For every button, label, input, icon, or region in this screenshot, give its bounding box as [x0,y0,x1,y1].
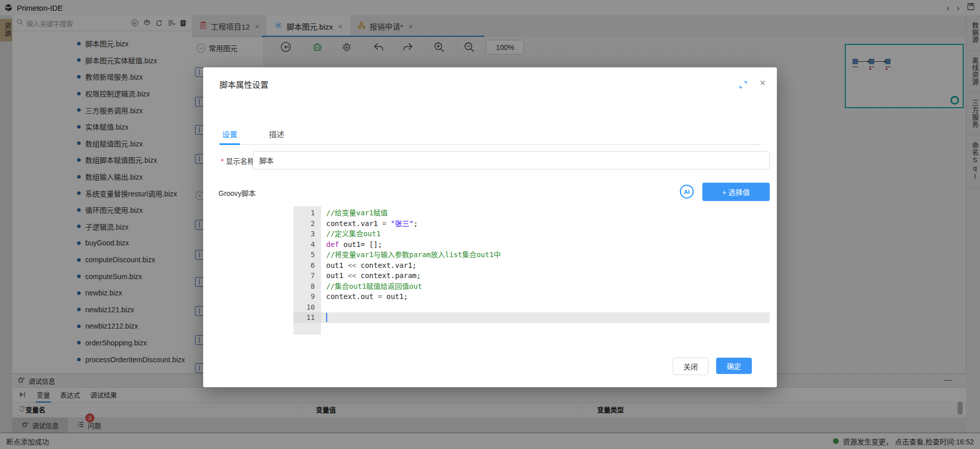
display-name-label: *显示名称 [221,156,254,166]
dialog-tabs: 设置描述 [219,124,761,145]
code-token: << [348,261,360,269]
code-line[interactable]: 8//集合out1赋值给返回值out [293,281,770,292]
code-text: //定义集合out1 [321,229,381,239]
code-token: = [378,292,386,301]
code-line[interactable]: 3//定义集合out1 [293,229,770,239]
line-number: 1 [293,208,321,218]
code-text: //将变量var1与输入参数param放入list集合out1中 [321,250,501,260]
code-token: //将变量var1与输入参数param放入list集合out1中 [326,251,501,259]
code-line[interactable]: 1//给变量var1赋值 [293,208,770,218]
dialog-tab-1[interactable]: 设置 [219,124,240,145]
code-token: out1= []; [339,240,382,248]
code-line[interactable]: 4def out1= []; [293,239,770,250]
code-token: "张三" [390,219,413,228]
code-line[interactable]: 6out1 << context.var1; [293,260,770,271]
code-token: //集合out1赋值给返回值out [326,282,422,290]
primeton-ide-app: Primeton-IDE ‹ › 资源 输入关键字搜索 AI [0,0,980,449]
code-token: context.var1; [360,261,416,269]
dialog-tab-2[interactable]: 描述 [266,124,287,145]
code-line[interactable]: 11 [293,312,770,323]
code-text [321,312,326,323]
line-number: 2 [293,218,321,229]
code-line[interactable]: 2context.var1 = "张三"; [293,218,770,229]
code-token: << [348,271,360,280]
ai-assist-icon[interactable]: AI [680,185,694,198]
dialog-title: 脚本属性设置 [219,78,268,90]
code-token: context.param; [360,271,421,280]
code-line[interactable]: 9context.out = out1; [293,291,770,302]
select-value-button[interactable]: + 选择值 [702,183,770,201]
code-token: context.out [326,292,378,301]
code-text [321,302,326,313]
fullscreen-icon[interactable] [739,81,747,89]
close-icon[interactable]: × [760,78,766,88]
groovy-script-label: Groovy脚本 [218,188,256,198]
code-token: out1 [326,261,348,269]
code-line[interactable]: 10 [293,302,770,313]
code-token: context.var1 [326,219,382,228]
line-number: 5 [293,250,321,260]
groovy-code-editor[interactable]: 1//给变量var1赋值2context.var1 = "张三";3//定义集合… [293,206,770,335]
line-number: 11 [293,312,321,323]
code-token: out1 [326,271,348,280]
code-token: def [326,240,339,248]
text-cursor [326,313,327,322]
code-text: context.var1 = "张三"; [321,218,418,229]
line-number: 4 [293,239,321,250]
script-properties-dialog: 脚本属性设置 × 设置描述 *显示名称 脚本 Groovy脚本 AI + 选择值… [203,67,777,387]
close-button[interactable]: 关闭 [673,358,708,375]
code-token: ; [413,219,418,228]
code-text: out1 << context.var1; [321,260,416,271]
code-text: //给变量var1赋值 [321,208,388,218]
line-number: 10 [293,302,321,313]
required-mark: * [221,157,224,165]
line-number: 3 [293,229,321,239]
code-token: out1; [386,292,408,301]
line-number: 8 [293,281,321,292]
code-line[interactable]: 5//将变量var1与输入参数param放入list集合out1中 [293,250,770,260]
line-number: 6 [293,260,321,271]
display-name-input[interactable]: 脚本 [253,151,770,169]
code-text: out1 << context.param; [321,270,421,281]
code-token: //定义集合out1 [326,230,381,238]
line-number: 7 [293,270,321,281]
ok-button[interactable]: 确定 [716,358,752,374]
line-number: 9 [293,291,321,302]
code-line[interactable]: 7out1 << context.param; [293,270,770,281]
code-text: context.out = out1; [321,291,408,302]
code-text: //集合out1赋值给返回值out [321,281,422,292]
code-token: = [382,219,391,228]
code-text: def out1= []; [321,239,382,250]
code-token: //给变量var1赋值 [326,209,388,217]
